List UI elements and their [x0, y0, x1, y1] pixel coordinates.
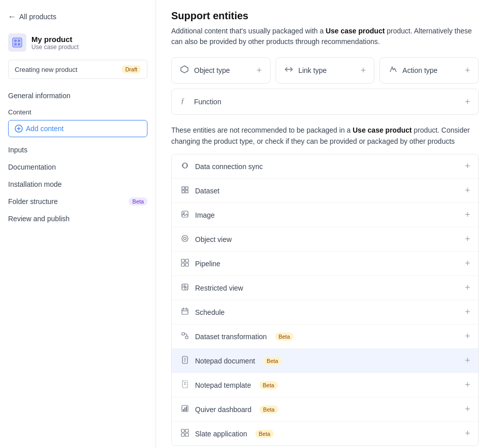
link-type-card[interactable]: Link type + [276, 57, 375, 84]
notepad-template-icon [180, 380, 190, 390]
sidebar-item-general[interactable]: General information [0, 87, 156, 104]
restricted-view-icon [180, 283, 190, 293]
dataset-label: Dataset [195, 187, 219, 195]
link-type-add-icon: + [361, 65, 366, 76]
object-type-label: Object type [194, 66, 230, 74]
svg-rect-31 [182, 333, 184, 335]
entity-list-item-dataset-transformation[interactable]: Dataset transformationBeta+ [172, 324, 478, 349]
content-section: Content Add content [0, 104, 156, 141]
object-view-icon [180, 234, 190, 244]
warning-notice: These entities are not recommended to be… [171, 125, 479, 147]
add-content-label: Add content [26, 125, 64, 133]
svg-rect-15 [182, 211, 188, 217]
svg-rect-0 [13, 38, 22, 47]
image-label: Image [195, 211, 215, 219]
svg-marker-8 [181, 66, 188, 73]
svg-rect-14 [185, 190, 188, 193]
svg-rect-47 [185, 433, 188, 436]
product-icon [8, 33, 26, 52]
svg-rect-41 [183, 409, 184, 411]
svg-rect-21 [181, 263, 184, 266]
function-card[interactable]: ƒ Function + [171, 89, 479, 115]
svg-rect-46 [181, 433, 184, 436]
restricted-view-add-icon: + [465, 282, 470, 293]
action-type-add-icon: + [465, 65, 471, 76]
function-icon: ƒ [180, 96, 189, 107]
svg-rect-27 [182, 309, 188, 314]
creating-bar: Creating new product Draft [8, 60, 147, 79]
object-type-card[interactable]: Object type + [171, 57, 271, 84]
entity-list-item-quiver-dashboard[interactable]: Quiver dashboardBeta+ [172, 397, 478, 422]
restricted-view-label: Restricted view [195, 284, 243, 292]
pipeline-label: Pipeline [195, 260, 220, 268]
product-name: My product [31, 35, 79, 44]
folder-beta-badge: Beta [129, 197, 147, 206]
entity-list-item-data-connection-sync[interactable]: Data connection sync+ [172, 154, 478, 179]
notepad-template-label: Notepad template [195, 381, 251, 389]
sidebar-item-documentation[interactable]: Documentation [0, 158, 156, 176]
sidebar-item-folder[interactable]: Folder structure Beta [0, 193, 156, 210]
product-type: Use case product [31, 44, 79, 51]
svg-rect-20 [185, 259, 188, 262]
main-content: Support entities Additional content that… [156, 0, 494, 448]
data-connection-sync-add-icon: + [465, 161, 470, 172]
pipeline-add-icon: + [465, 258, 470, 269]
quiver-dashboard-label: Quiver dashboard [195, 405, 251, 414]
notepad-document-icon [180, 356, 190, 365]
entity-list: Data connection sync+Dataset+Image+Objec… [171, 154, 479, 446]
dataset-add-icon: + [465, 185, 470, 196]
notepad-document-add-icon: + [465, 355, 470, 366]
svg-rect-4 [18, 43, 20, 46]
entity-list-item-object-view[interactable]: Object view+ [172, 227, 478, 252]
sidebar-item-review[interactable]: Review and publish [0, 210, 156, 227]
function-add-icon: + [465, 97, 470, 107]
section-description: Additional content that's usually packag… [171, 26, 479, 47]
draft-badge: Draft [122, 65, 141, 73]
notepad-document-beta-badge: Beta [263, 357, 282, 365]
object-type-add-icon: + [256, 65, 262, 76]
slate-application-icon [180, 429, 190, 438]
sidebar-item-inputs[interactable]: Inputs [0, 141, 156, 158]
dataset-transformation-icon [180, 332, 190, 341]
image-add-icon: + [465, 210, 470, 220]
action-type-card[interactable]: Action type + [379, 57, 479, 84]
entity-list-item-pipeline[interactable]: Pipeline+ [172, 252, 478, 276]
entity-list-item-notepad-document[interactable]: Notepad documentBeta+ [172, 349, 478, 373]
svg-text:ƒ: ƒ [181, 97, 184, 105]
entity-list-item-schedule[interactable]: Schedule+ [172, 300, 478, 324]
schedule-label: Schedule [195, 308, 224, 316]
schedule-add-icon: + [465, 307, 470, 317]
function-label: Function [194, 98, 221, 106]
svg-rect-45 [185, 429, 188, 432]
sidebar-item-installation[interactable]: Installation mode [0, 176, 156, 193]
notepad-document-label: Notepad document [195, 357, 255, 365]
link-type-label: Link type [298, 66, 327, 74]
content-section-label: Content [8, 108, 147, 116]
add-content-button[interactable]: Add content [8, 120, 147, 137]
back-link[interactable]: ← All products [0, 8, 156, 25]
product-info: My product Use case product [31, 35, 79, 51]
entity-list-item-slate-application[interactable]: Slate applicationBeta+ [172, 422, 478, 445]
back-label: All products [19, 13, 56, 21]
svg-rect-2 [18, 39, 20, 42]
entity-list-item-dataset[interactable]: Dataset+ [172, 179, 478, 203]
quiver-dashboard-icon [180, 404, 190, 414]
circle-plus-icon [15, 125, 23, 133]
data-connection-sync-icon [180, 161, 190, 171]
entity-list-item-image[interactable]: Image+ [172, 203, 478, 227]
entity-list-item-notepad-template[interactable]: Notepad templateBeta+ [172, 373, 478, 397]
svg-rect-11 [182, 187, 184, 189]
sidebar: ← All products My product Use case produ… [0, 0, 156, 448]
object-type-icon [180, 65, 189, 76]
section-title: Support entities [171, 10, 479, 22]
slate-application-label: Slate application [195, 430, 247, 438]
notepad-template-beta-badge: Beta [259, 381, 278, 389]
svg-rect-43 [186, 406, 187, 411]
slate-application-beta-badge: Beta [255, 430, 274, 438]
product-header: My product Use case product [0, 29, 156, 60]
entity-list-item-restricted-view[interactable]: Restricted view+ [172, 276, 478, 300]
sidebar-nav: General information Content Add content … [0, 87, 156, 227]
svg-rect-32 [185, 336, 188, 339]
image-icon [180, 210, 190, 220]
link-type-icon [284, 65, 293, 76]
